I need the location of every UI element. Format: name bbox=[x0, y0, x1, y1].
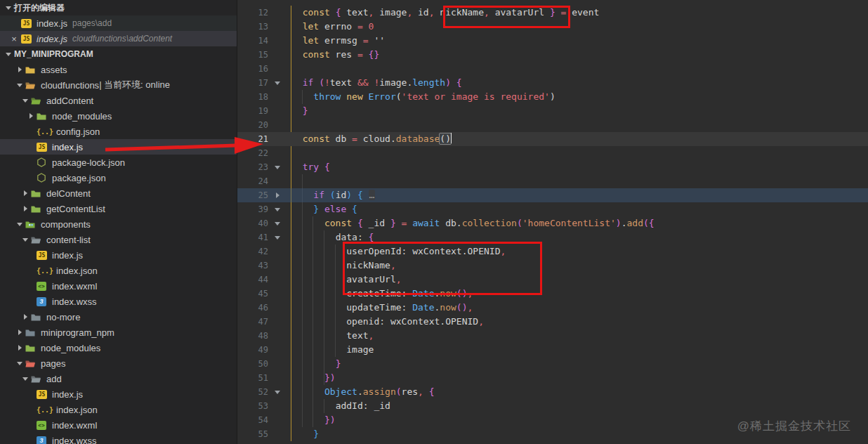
fold-collapse-icon[interactable] bbox=[268, 76, 287, 90]
sidebar-item-node_modules[interactable]: node_modules bbox=[0, 108, 237, 124]
sidebar-item-configjson[interactable]: {..}config.json bbox=[0, 124, 237, 139]
sidebar-item-indexjson[interactable]: {..}index.json bbox=[0, 263, 237, 278]
code-line-48[interactable]: 48 text, bbox=[237, 329, 868, 343]
sidebar-item-components[interactable]: components bbox=[0, 216, 237, 232]
sidebar-item-indexwxss[interactable]: 3index.wxss bbox=[0, 433, 237, 444]
code-line-40[interactable]: 40 const { _id } = await db.collection('… bbox=[237, 216, 868, 230]
code-line-18[interactable]: 18 throw new Error('text or image is req… bbox=[237, 90, 868, 104]
chevron-down-icon[interactable] bbox=[3, 6, 14, 10]
code-line-52[interactable]: 52 Object.assign(res, { bbox=[237, 385, 868, 399]
code-line-51[interactable]: 51 }) bbox=[237, 371, 868, 385]
sidebar-item-node_modules[interactable]: node_modules bbox=[0, 340, 237, 355]
sidebar-item-indexjs[interactable]: JSindex.js bbox=[0, 386, 237, 402]
sidebar-item-miniprogram_npm[interactable]: miniprogram_npm bbox=[0, 325, 237, 340]
sidebar-item-getcontentlist[interactable]: getContentList bbox=[0, 201, 237, 216]
code-line-15[interactable]: 15 const res = {} bbox=[237, 48, 868, 62]
chevron-right-icon[interactable] bbox=[20, 206, 31, 211]
json-file-icon: {..} bbox=[37, 267, 53, 275]
code-line-20[interactable]: 20 bbox=[237, 118, 868, 132]
fold-collapse-icon[interactable] bbox=[268, 216, 287, 230]
js-file-icon: JS bbox=[37, 143, 49, 152]
sidebar-item-indexjson[interactable]: {..}index.json bbox=[0, 402, 237, 417]
open-editor-item[interactable]: ×JSindex.jscloudfunctions\addContent bbox=[0, 31, 237, 46]
code-line-25[interactable]: 25 if (id) { … bbox=[237, 188, 868, 202]
chevron-down-icon[interactable] bbox=[20, 377, 31, 381]
fold-collapse-icon[interactable] bbox=[268, 230, 287, 244]
chevron-down-icon[interactable] bbox=[14, 84, 25, 87]
js-file-icon: JS bbox=[21, 19, 34, 28]
close-icon[interactable]: × bbox=[7, 34, 21, 44]
folder-open-icon bbox=[25, 359, 38, 368]
source-text: throw new Error('text or image is requir… bbox=[287, 90, 555, 104]
code-line-21[interactable]: 21 const db = cloud.database() bbox=[237, 132, 868, 146]
fold-expand-icon[interactable] bbox=[268, 188, 287, 202]
code-line-43[interactable]: 43 nickName, bbox=[237, 259, 868, 273]
sidebar-item-assets[interactable]: assets bbox=[0, 62, 237, 77]
line-number: 23 bbox=[237, 160, 268, 174]
fold-slot bbox=[268, 48, 287, 62]
sidebar-item-cloudfunctions[interactable]: cloudfunctions | 当前环境: online bbox=[0, 77, 237, 93]
chevron-down-icon[interactable] bbox=[14, 223, 25, 226]
fold-collapse-icon[interactable] bbox=[268, 385, 287, 399]
code-editor[interactable]: 12 const { text, image, id, nickName, av… bbox=[237, 0, 868, 444]
source-text: createTime: Date.now(), bbox=[287, 287, 473, 301]
code-line-49[interactable]: 49 image bbox=[237, 343, 868, 357]
tree-item-label: no-more bbox=[46, 312, 80, 322]
chevron-right-icon[interactable] bbox=[14, 329, 25, 335]
chevron-down-icon[interactable] bbox=[20, 238, 31, 242]
code-line-17[interactable]: 17 if (!text && !image.length) { bbox=[237, 76, 868, 90]
source-text: data: { bbox=[287, 230, 374, 244]
sidebar-item-packagejson[interactable]: package.json bbox=[0, 170, 237, 185]
fold-collapse-icon[interactable] bbox=[268, 202, 287, 216]
sidebar-item-indexwxss[interactable]: 3index.wxss bbox=[0, 294, 237, 309]
code-line-46[interactable]: 46 updateTime: Date.now(), bbox=[237, 301, 868, 315]
code-line-41[interactable]: 41 data: { bbox=[237, 230, 868, 244]
chevron-right-icon[interactable] bbox=[20, 190, 31, 196]
chevron-down-icon[interactable] bbox=[14, 362, 25, 365]
code-line-24[interactable]: 24 bbox=[237, 174, 868, 188]
fold-slot bbox=[268, 244, 287, 259]
sidebar-item-indexwxml[interactable]: <>index.wxml bbox=[0, 417, 237, 433]
chevron-right-icon[interactable] bbox=[25, 113, 37, 119]
code-line-50[interactable]: 50 } bbox=[237, 357, 868, 371]
sidebar-item-no-more[interactable]: no-more bbox=[0, 309, 237, 325]
source-text: } bbox=[287, 104, 308, 118]
code-line-47[interactable]: 47 openid: wxContext.OPENID, bbox=[237, 315, 868, 329]
code-lines[interactable]: 12 const { text, image, id, nickName, av… bbox=[237, 6, 868, 441]
sidebar-item-package-lockjson[interactable]: package-lock.json bbox=[0, 155, 237, 170]
sidebar-item-add[interactable]: add bbox=[0, 371, 237, 386]
tree-item-label: index.json bbox=[56, 266, 98, 276]
code-line-16[interactable]: 16 bbox=[237, 62, 868, 76]
line-number: 15 bbox=[237, 48, 268, 62]
project-root-header[interactable]: MY_MINIPROGRAM bbox=[0, 46, 237, 62]
code-line-44[interactable]: 44 avatarUrl, bbox=[237, 273, 868, 287]
sidebar-item-indexjs[interactable]: JSindex.js bbox=[0, 247, 237, 263]
sidebar-item-content-list[interactable]: content-list bbox=[0, 232, 237, 247]
sidebar-item-delcontent[interactable]: delContent bbox=[0, 185, 237, 201]
line-number: 43 bbox=[237, 259, 268, 273]
code-line-23[interactable]: 23 try { bbox=[237, 160, 868, 174]
code-line-42[interactable]: 42 userOpenId: wxContext.OPENID, bbox=[237, 244, 868, 259]
chevron-right-icon[interactable] bbox=[14, 345, 25, 351]
code-line-12[interactable]: 12 const { text, image, id, nickName, av… bbox=[237, 6, 868, 20]
sidebar-item-indexwxml[interactable]: <>index.wxml bbox=[0, 278, 237, 294]
chevron-down-icon[interactable] bbox=[3, 53, 14, 56]
sidebar-item-indexjs[interactable]: JSindex.js bbox=[0, 139, 237, 155]
open-editor-item[interactable]: JSindex.jspages\add bbox=[0, 15, 237, 31]
code-line-13[interactable]: 13 let errno = 0 bbox=[237, 20, 868, 34]
code-line-39[interactable]: 39 } else { bbox=[237, 202, 868, 216]
code-line-53[interactable]: 53 addId: _id bbox=[237, 399, 868, 413]
tree-item-label: assets bbox=[41, 65, 67, 75]
fold-slot bbox=[268, 301, 287, 315]
code-line-22[interactable]: 22 bbox=[237, 146, 868, 160]
fold-collapse-icon[interactable] bbox=[268, 160, 287, 174]
sidebar-item-pages[interactable]: pages bbox=[0, 355, 237, 371]
chevron-right-icon[interactable] bbox=[14, 67, 25, 72]
chevron-down-icon[interactable] bbox=[20, 99, 31, 103]
code-line-14[interactable]: 14 let errmsg = '' bbox=[237, 34, 868, 48]
sidebar-item-addcontent[interactable]: addContent bbox=[0, 93, 237, 108]
chevron-right-icon[interactable] bbox=[20, 314, 31, 320]
code-line-45[interactable]: 45 createTime: Date.now(), bbox=[237, 287, 868, 301]
code-line-19[interactable]: 19 } bbox=[237, 104, 868, 118]
open-editors-header[interactable]: 打开的编辑器 bbox=[0, 0, 237, 15]
